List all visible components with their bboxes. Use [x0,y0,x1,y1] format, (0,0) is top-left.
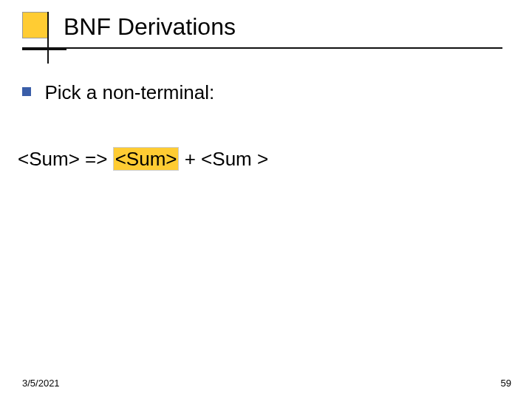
derivation-line: <Sum> => <Sum> + <Sum > [18,148,268,171]
footer-page-number: 59 [501,378,511,389]
bullet-row: Pick a non-terminal: [22,81,214,104]
title-vertical-line-thick [47,12,49,37]
slide: BNF Derivations Pick a non-terminal: <Su… [0,0,532,399]
footer-date: 3/5/2021 [22,378,60,389]
derivation-highlight: <Sum> [113,147,180,171]
derivation-lhs: <Sum> => [18,148,107,170]
accent-square-icon [22,12,49,38]
title-underline [22,47,502,49]
slide-title: BNF Derivations [64,13,236,41]
derivation-rhs: + <Sum > [179,148,268,170]
bullet-icon [22,87,31,96]
bullet-text: Pick a non-terminal: [44,81,214,103]
title-underline-thick [22,47,66,50]
